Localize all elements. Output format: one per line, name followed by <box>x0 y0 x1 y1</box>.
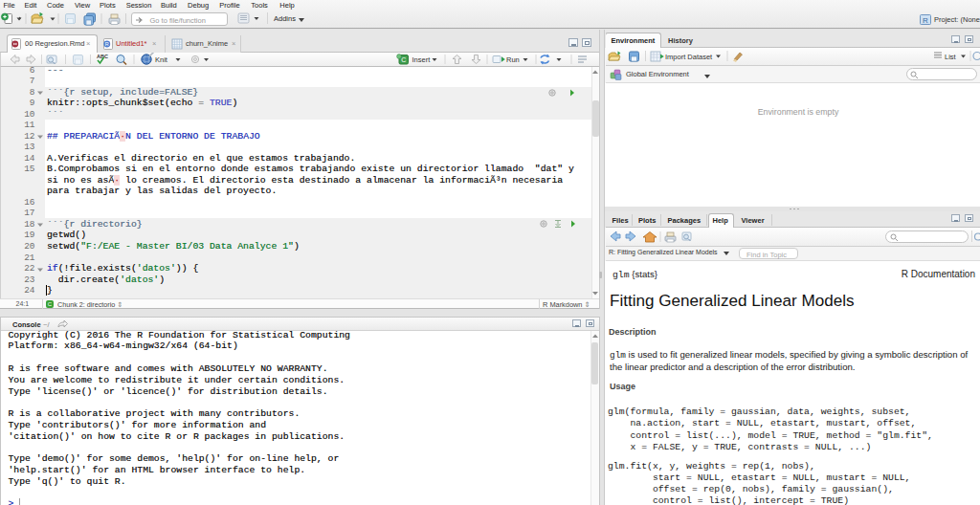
svg-text:R: R <box>105 41 109 47</box>
svg-text:Knit: Knit <box>155 55 168 64</box>
svg-text:Insert: Insert <box>412 55 432 64</box>
svg-text:List: List <box>945 53 957 61</box>
svg-text:Run: Run <box>506 55 520 64</box>
svg-text:R: R <box>923 16 928 25</box>
svg-text:Import Dataset: Import Dataset <box>665 53 713 61</box>
svg-text:C: C <box>401 56 406 63</box>
